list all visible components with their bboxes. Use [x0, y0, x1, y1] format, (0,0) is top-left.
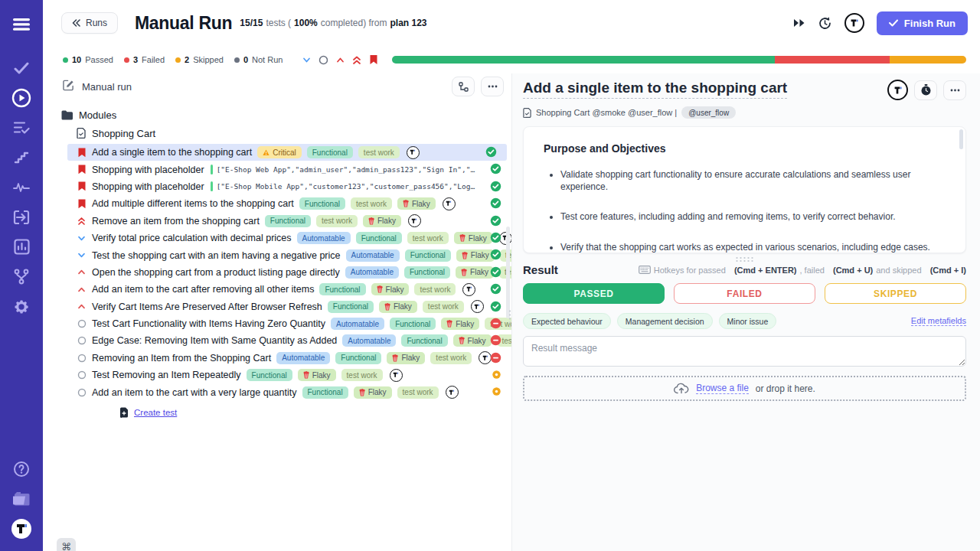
settings-gear-icon[interactable]: [6, 292, 37, 321]
create-test-link[interactable]: Create test: [134, 408, 177, 417]
priority-flag-icon[interactable]: [369, 54, 378, 65]
description-scrollbar[interactable]: [959, 129, 963, 149]
flag-marker-icon: [77, 199, 87, 209]
description-resize-handle[interactable]: [735, 256, 755, 262]
flag-marker-icon: [77, 148, 87, 158]
assignee-avatar: [443, 197, 456, 210]
passed-status-icon: [490, 283, 501, 295]
back-to-runs-button[interactable]: Runs: [61, 12, 118, 34]
assignee-avatar-icon: [473, 303, 481, 311]
folder-icon: [61, 110, 73, 120]
branch-icon[interactable]: [6, 262, 37, 292]
detail-more-button[interactable]: [943, 80, 966, 100]
progress-segment: [392, 56, 775, 64]
chevron-up-icon: [77, 268, 86, 276]
run-subtitle: 15/15tests (100%completed) fromplan 123: [240, 18, 426, 28]
module-shopping-cart[interactable]: Shopping Cart: [43, 124, 511, 142]
browse-file-link[interactable]: Browse a file: [696, 383, 749, 394]
menu-icon[interactable]: [6, 9, 37, 39]
test-row[interactable]: Add an item to the cart after removing a…: [43, 281, 511, 298]
result-message-input[interactable]: [523, 336, 966, 367]
test-title: Removing an Item from the Shopping Cart: [92, 353, 271, 364]
play-circle-icon[interactable]: [6, 83, 37, 112]
steps-icon[interactable]: [6, 142, 37, 172]
metafield-pill[interactable]: Expected behaviour: [523, 313, 611, 329]
metafield-pill[interactable]: Management decision: [617, 313, 713, 329]
test-title: Test Removing an Item Repeatedly: [92, 370, 241, 380]
badge-func: Functional: [247, 369, 292, 381]
test-row[interactable]: Edge Case: Removing Item with Same Quant…: [43, 332, 511, 349]
test-row[interactable]: Test the shopping cart with an item havi…: [43, 246, 511, 263]
priority-normal-icon[interactable]: [318, 55, 328, 65]
badge-func: Functional: [405, 249, 451, 262]
checklist-icon[interactable]: [6, 112, 37, 142]
test-example-data: ["E-Shop Mobile App","customer123","cust…: [211, 181, 477, 191]
test-row[interactable]: Add an item to the cart with a very larg…: [43, 383, 511, 400]
flag-marker-icon: [77, 181, 87, 191]
passed-button[interactable]: PASSED: [523, 283, 665, 304]
test-title[interactable]: Add a single item to the shopping cart: [523, 80, 787, 99]
timer-button[interactable]: [914, 80, 937, 100]
tree-view-button[interactable]: [452, 77, 475, 96]
passed-status-icon: [490, 249, 501, 260]
help-icon[interactable]: [6, 454, 37, 484]
description-card: Purpose and Objectives Validate shopping…: [523, 126, 966, 253]
test-row[interactable]: Add a single item to the shopping cartCr…: [67, 144, 507, 161]
description-heading: Purpose and Objectives: [544, 142, 946, 155]
more-options-button[interactable]: [481, 77, 504, 96]
metafield-pill[interactable]: Minor issue: [719, 313, 777, 329]
test-row[interactable]: Open the shopping cart from a product li…: [43, 264, 511, 281]
test-row[interactable]: Verify Cart Items Are Preserved After Br…: [43, 298, 511, 315]
check-icon[interactable]: [6, 53, 37, 83]
edit-run-icon[interactable]: [63, 80, 74, 94]
test-row[interactable]: Shopping with placeholder["E-Shop Mobile…: [43, 178, 511, 195]
test-row[interactable]: Test Removing an Item RepeatedlyFunction…: [43, 367, 511, 383]
assignee-avatar: [446, 386, 459, 399]
docs-folder-icon[interactable]: [6, 484, 37, 514]
summary-count: 2Skipped: [175, 55, 224, 64]
test-row[interactable]: Verify total price calculation with deci…: [43, 230, 511, 246]
badge-auto: Automatable: [342, 334, 396, 347]
logo-avatar[interactable]: [6, 514, 37, 543]
priority-high-icon[interactable]: [336, 56, 345, 64]
command-shortcut-badge[interactable]: ⌘: [57, 538, 76, 551]
test-detail-panel: Add a single item to the shopping cart S…: [511, 73, 980, 551]
priority-low-icon[interactable]: [302, 56, 311, 64]
priority-highest-icon[interactable]: [352, 55, 361, 65]
test-row[interactable]: Removing an Item from the Shopping CartA…: [43, 350, 511, 367]
progress-segment: [775, 56, 890, 64]
badge-flaky: Flaky: [354, 386, 392, 399]
edit-metafields-link[interactable]: Edit metafields: [911, 316, 966, 326]
assignee-avatar-icon: [466, 285, 473, 293]
badge-func: Functional: [404, 266, 450, 279]
passed-status-icon: [485, 146, 497, 158]
pulse-icon[interactable]: [6, 172, 37, 202]
retry-timer-icon[interactable]: [818, 16, 832, 31]
popcorn-icon: [462, 252, 468, 259]
skip-forward-icon[interactable]: [793, 18, 805, 28]
badge-flaky: Flaky: [397, 197, 436, 210]
badge-flaky: Flaky: [298, 369, 336, 381]
file-dropzone[interactable]: Browse a file or drop it here.: [523, 376, 966, 401]
test-row[interactable]: Test Cart Functionality with Items Havin…: [43, 315, 511, 332]
list-scrollbar[interactable]: [506, 227, 510, 318]
create-test-button[interactable]: Create test: [43, 403, 511, 422]
modules-folder[interactable]: Modules: [43, 106, 511, 124]
popcorn-icon: [459, 234, 466, 242]
check-icon: [889, 19, 898, 27]
warning-icon: [263, 149, 270, 156]
finish-run-button[interactable]: Finish Run: [877, 11, 968, 35]
passed-status-icon: [490, 232, 501, 243]
assignee-avatar[interactable]: [887, 80, 908, 100]
user-avatar[interactable]: [844, 13, 864, 33]
test-row[interactable]: Add multiple different items to the shop…: [43, 195, 511, 212]
assignee-avatar: [407, 146, 420, 159]
skipped-button[interactable]: SKIPPED: [825, 283, 966, 304]
failed-button[interactable]: FAILED: [674, 283, 815, 304]
test-row[interactable]: Shopping with placeholder["E-Shop Web Ap…: [43, 161, 511, 178]
test-row[interactable]: Remove an item from the shopping cartFun…: [43, 213, 511, 230]
description-bullet: Verify that the shopping cart works as e…: [560, 241, 946, 253]
tag-pill[interactable]: @user_flow: [681, 106, 736, 119]
analytics-icon[interactable]: [6, 232, 37, 262]
import-icon[interactable]: [6, 202, 37, 232]
